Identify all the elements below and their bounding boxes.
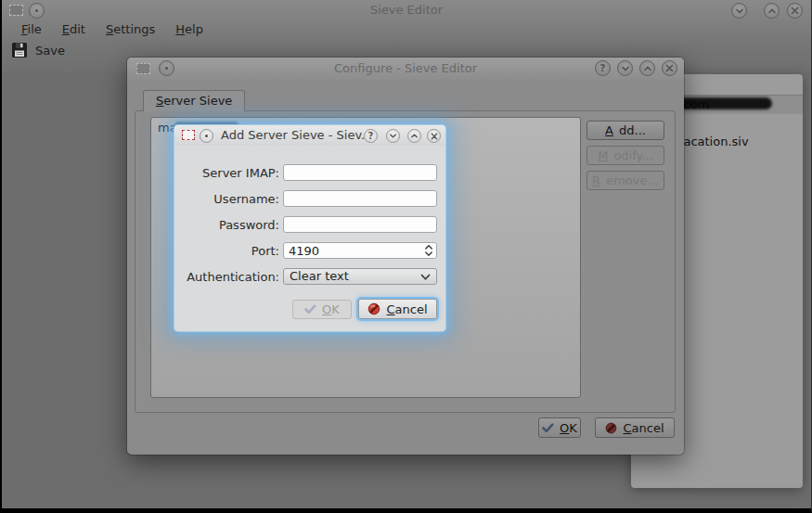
save-label: Save xyxy=(35,44,65,58)
add-dialog-titlebar[interactable]: Add Server Sieve - Siev... ? xyxy=(174,125,445,146)
cancel-button[interactable]: Cancel xyxy=(358,299,437,319)
menu-help[interactable]: Help xyxy=(165,20,213,39)
port-input[interactable] xyxy=(283,242,437,259)
menu-settings[interactable]: Settings xyxy=(96,20,165,39)
chevron-down-icon xyxy=(420,274,431,281)
add-dialog-title: Add Server Sieve - Siev... xyxy=(221,128,373,142)
spinner-arrows-icon[interactable] xyxy=(424,244,433,257)
ok-button: OK xyxy=(292,300,352,319)
ok-button[interactable]: OK xyxy=(538,417,581,438)
chevron-up-icon xyxy=(767,6,777,16)
username-label: Username: xyxy=(181,192,279,206)
main-window: Sieve Editor File Edit Settings Help Sav… xyxy=(0,0,812,513)
floppy-disk-icon xyxy=(11,42,28,58)
configure-titlebar[interactable]: Configure - Sieve Editor ? xyxy=(127,58,684,80)
maximize-button[interactable] xyxy=(407,129,421,143)
save-button[interactable]: Save xyxy=(11,42,65,58)
menu-file[interactable]: File xyxy=(11,20,52,39)
question-mark-icon: ? xyxy=(368,132,374,141)
minimize-button[interactable] xyxy=(731,3,747,19)
cancel-icon xyxy=(605,422,617,434)
password-label: Password: xyxy=(181,218,279,232)
check-icon xyxy=(542,423,554,433)
authentication-label: Authentication: xyxy=(181,270,279,284)
authentication-select[interactable]: Clear text xyxy=(283,268,437,285)
remove-button: Remove... xyxy=(586,171,664,190)
server-imap-input[interactable] xyxy=(283,164,437,181)
close-icon xyxy=(431,133,438,140)
maximize-button[interactable] xyxy=(764,3,780,19)
cancel-button[interactable]: Cancel xyxy=(595,417,675,438)
port-spinbox[interactable] xyxy=(283,242,437,259)
tab-server-sieve[interactable]: Server Sieve xyxy=(143,90,245,111)
close-icon xyxy=(665,64,674,72)
minimize-button[interactable] xyxy=(386,129,400,143)
close-button[interactable] xyxy=(427,129,441,143)
dialog-icon xyxy=(182,130,195,140)
modify-button: Modify... xyxy=(586,146,664,165)
close-button[interactable] xyxy=(787,3,803,19)
chevron-down-icon xyxy=(621,64,630,73)
add-server-sieve-dialog: Add Server Sieve - Siev... ? Server IMAP… xyxy=(174,125,445,331)
minimize-button[interactable] xyxy=(617,60,633,76)
check-icon xyxy=(304,304,316,314)
menubar: File Edit Settings Help xyxy=(4,20,213,39)
chevron-up-icon xyxy=(410,132,419,140)
help-button[interactable]: ? xyxy=(595,60,611,76)
password-input[interactable] xyxy=(283,216,437,233)
chevron-down-icon xyxy=(735,6,744,16)
question-mark-icon: ? xyxy=(600,64,606,73)
username-input[interactable] xyxy=(283,190,437,207)
help-button[interactable]: ? xyxy=(364,129,378,143)
menu-edit[interactable]: Edit xyxy=(52,20,96,39)
chevron-up-icon xyxy=(643,64,652,73)
maximize-button[interactable] xyxy=(639,60,655,76)
cancel-icon xyxy=(367,302,380,315)
chevron-down-icon xyxy=(389,132,397,140)
window-menu-button[interactable] xyxy=(200,129,213,143)
window-title: Sieve Editor xyxy=(2,3,811,17)
add-button[interactable]: Add... xyxy=(586,121,664,140)
close-icon xyxy=(791,6,799,15)
server-imap-label: Server IMAP: xyxy=(181,166,279,180)
close-button[interactable] xyxy=(662,60,677,76)
port-label: Port: xyxy=(181,244,279,258)
